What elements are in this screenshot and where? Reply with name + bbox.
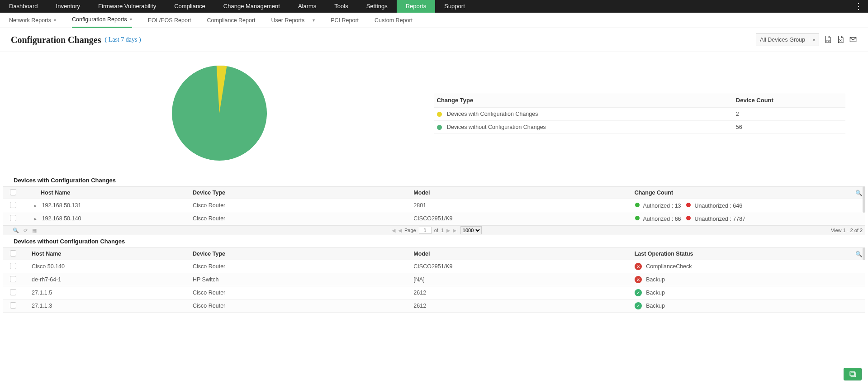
row-checkbox[interactable]: [10, 276, 16, 282]
selector-label: All Devices Group: [760, 37, 805, 43]
page-title: Configuration Changes: [11, 35, 101, 45]
row-checkbox[interactable]: [10, 263, 16, 269]
unauthorized-icon: [686, 215, 691, 221]
cell-model: 2801: [411, 202, 631, 209]
chevron-down-icon: ▾: [130, 12, 132, 27]
authorized-count: 66: [675, 216, 681, 222]
cell-devicetype: HP Switch: [190, 276, 411, 283]
col-hostname[interactable]: Host Name: [23, 190, 190, 196]
table-unchanged: Host Name Device Type Model Last Operati…: [3, 247, 865, 313]
row-checkbox[interactable]: [10, 215, 16, 221]
section-title-unchanged: Devices without Configuration Changes: [0, 235, 868, 247]
pager-prev-icon[interactable]: ◀: [398, 228, 402, 233]
col-changecount[interactable]: Change Count: [632, 190, 853, 196]
chevron-down-icon: ▾: [54, 13, 56, 28]
select-all-checkbox[interactable]: [10, 250, 16, 257]
table-row[interactable]: Cisco 50.140 Cisco Router CISCO2951/K9 ✕…: [3, 260, 865, 273]
cell-hostname: 192.168.50.140: [42, 215, 81, 222]
subnav-user-reports[interactable]: User Reports ▾: [271, 13, 315, 28]
table-row[interactable]: de-rh7-64-1 HP Switch [NA] ✕ Backup: [3, 273, 865, 286]
svg-point-4: [686, 203, 691, 207]
legend-label: Devices without Configuration Changes: [447, 124, 546, 130]
export-pdf-icon[interactable]: PDF: [824, 35, 832, 45]
cell-model: CISCO2951/K9: [411, 263, 631, 270]
nav-support[interactable]: Support: [435, 0, 474, 13]
legend-dot-icon: [437, 112, 442, 117]
cell-status: Backup: [646, 303, 665, 309]
table-row[interactable]: 27.1.1.3 Cisco Router 2612 ✓ Backup: [3, 299, 865, 313]
scrollbar[interactable]: [863, 247, 865, 260]
page-header: Configuration Changes ( Last 7 days ) Al…: [0, 28, 868, 52]
nav-change-mgmt[interactable]: Change Management: [214, 0, 289, 13]
cell-devicetype: Cisco Router: [190, 202, 411, 209]
subnav-eol-eos[interactable]: EOL/EOS Report: [148, 13, 191, 28]
table-row[interactable]: ▸ 192.168.50.131 Cisco Router 2801 Autho…: [3, 199, 865, 212]
row-checkbox[interactable]: [10, 302, 16, 309]
page-tools: All Devices Group ▾ PDF: [756, 33, 857, 46]
col-model[interactable]: Model: [411, 251, 631, 257]
select-all-checkbox[interactable]: [10, 189, 16, 195]
row-checkbox[interactable]: [10, 289, 16, 295]
pager-first-icon[interactable]: |◀: [390, 228, 395, 233]
nav-settings[interactable]: Settings: [357, 0, 397, 13]
legend-dot-icon: [437, 125, 442, 130]
legend-label: Devices with Configuration Changes: [447, 111, 538, 117]
pager: |◀ ◀ Page of 1 ▶ ▶| 1000: [390, 226, 482, 234]
nav-tools[interactable]: Tools: [325, 0, 357, 13]
subnav-pci-report[interactable]: PCI Report: [331, 13, 359, 28]
col-status[interactable]: Last Operation Status: [632, 251, 853, 257]
pager-page-label: Page: [404, 228, 416, 233]
nav-inventory[interactable]: Inventory: [47, 0, 89, 13]
scrollbar[interactable]: [863, 186, 865, 213]
sub-nav: Network Reports ▾ Configuration Reports …: [0, 13, 868, 28]
footer-refresh-icon[interactable]: ⟳: [24, 228, 28, 233]
table-row[interactable]: 27.1.1.5 Cisco Router 2612 ✓ Backup: [3, 286, 865, 299]
cell-hostname: 27.1.1.3: [23, 303, 190, 309]
cell-status: Backup: [646, 276, 665, 283]
nav-firmware[interactable]: Firmware Vulnerability: [89, 0, 165, 13]
col-devicetype[interactable]: Device Type: [190, 190, 411, 196]
device-group-selector[interactable]: All Devices Group ▾: [756, 33, 819, 46]
cell-devicetype: Cisco Router: [190, 263, 411, 270]
row-checkbox[interactable]: [10, 202, 16, 208]
col-hostname[interactable]: Host Name: [23, 251, 190, 257]
unauthorized-count: 7787: [733, 216, 745, 222]
top-nav: Dashboard Inventory Firmware Vulnerabili…: [0, 0, 868, 13]
chevron-down-icon: ▾: [809, 38, 815, 43]
svg-point-5: [635, 216, 640, 220]
nav-compliance[interactable]: Compliance: [165, 0, 214, 13]
nav-dashboard[interactable]: Dashboard: [0, 0, 47, 13]
cell-model: 2612: [411, 303, 631, 309]
footer-search-icon[interactable]: 🔍: [13, 228, 19, 233]
pager-size-select[interactable]: 1000: [460, 226, 482, 234]
subnav-compliance-report[interactable]: Compliance Report: [207, 13, 256, 28]
pager-page-input[interactable]: [419, 227, 432, 234]
table-footer: 🔍 ⟳ ▦ |◀ ◀ Page of 1 ▶ ▶| 1000 View 1 - …: [3, 225, 865, 235]
legend-value: 56: [733, 120, 845, 133]
cell-hostname: 27.1.1.5: [23, 290, 190, 296]
pager-next-icon[interactable]: ▶: [446, 228, 450, 233]
nav-reports[interactable]: Reports: [397, 0, 436, 13]
expand-caret-icon[interactable]: ▸: [34, 203, 37, 208]
footer-export-icon[interactable]: ▦: [32, 228, 37, 233]
legend-row: Devices with Configuration Changes 2: [434, 107, 846, 120]
pie-chart: [172, 66, 267, 161]
col-model[interactable]: Model: [411, 190, 631, 196]
cell-hostname: 192.168.50.131: [42, 202, 81, 209]
legend-table: Change Type Device Count Devices with Co…: [434, 93, 846, 134]
pager-last-icon[interactable]: ▶|: [453, 228, 458, 233]
chevron-down-icon: ▾: [313, 13, 315, 28]
subnav-custom-report[interactable]: Custom Report: [375, 13, 413, 28]
subnav-label: Configuration Reports: [72, 12, 127, 27]
subnav-network-reports[interactable]: Network Reports ▾: [9, 13, 56, 28]
authorized-label: Authorized :: [643, 216, 674, 222]
kebab-menu-icon[interactable]: ⋮: [849, 1, 868, 11]
subnav-configuration-reports[interactable]: Configuration Reports ▾: [72, 12, 132, 28]
col-devicetype[interactable]: Device Type: [190, 251, 411, 257]
chart-container: [5, 66, 434, 161]
nav-alarms[interactable]: Alarms: [289, 0, 325, 13]
email-icon[interactable]: [849, 35, 857, 45]
expand-caret-icon[interactable]: ▸: [34, 216, 37, 221]
table-row[interactable]: ▸ 192.168.50.140 Cisco Router CISCO2951/…: [3, 212, 865, 225]
export-xls-icon[interactable]: [836, 35, 844, 45]
